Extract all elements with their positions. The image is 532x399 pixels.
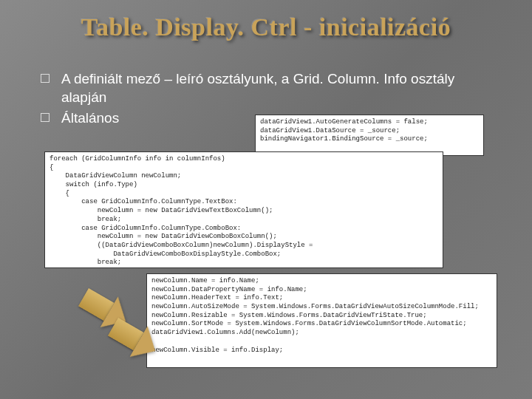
- code-block-init: dataGridView1.AutoGenerateColumns = fals…: [255, 115, 484, 156]
- bullet-icon: [41, 74, 50, 83]
- code-block-switch: foreach (GridColumnInfo info in columnIn…: [44, 151, 443, 268]
- bullet-text: A definiált mező – leíró osztályunk, a G…: [61, 70, 491, 106]
- list-item: A definiált mező – leíró osztályunk, a G…: [41, 70, 491, 106]
- bullet-icon: [41, 113, 50, 122]
- bullet-text: Általános: [61, 109, 119, 128]
- code-block-column-setup: newColumn.Name = info.Name; newColumn.Da…: [146, 273, 497, 368]
- slide-title: Table. Display. Ctrl - inicializáció: [0, 13, 532, 41]
